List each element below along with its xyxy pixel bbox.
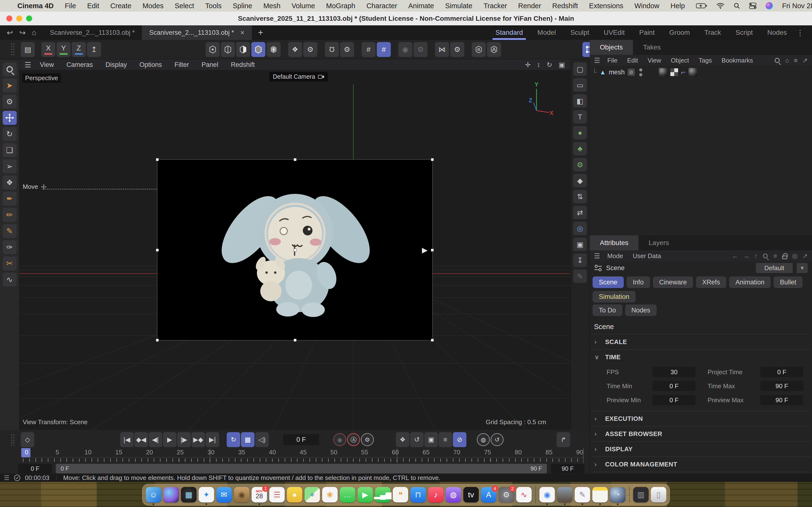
axis-z-lock-button[interactable]: Z: [72, 42, 86, 57]
layout-tab[interactable]: Standard: [488, 25, 530, 40]
record-keyframe-button[interactable]: ◉: [333, 433, 346, 446]
handle-mid-left[interactable]: [156, 249, 159, 251]
mouse-record-button[interactable]: ◍: [477, 433, 490, 446]
attributes-menu-userdata[interactable]: User Data: [633, 252, 661, 260]
dock-app[interactable]: ▂▄▆: [375, 487, 391, 502]
preset-dropdown[interactable]: Default: [756, 263, 793, 273]
dock-app[interactable]: NOV 28 1: [252, 487, 267, 502]
objects-menu-item[interactable]: Object: [671, 57, 689, 64]
axis-y-lock-button[interactable]: Y: [57, 42, 70, 57]
time-max-field[interactable]: 90 F: [760, 381, 803, 391]
attribute-tab-chip[interactable]: Nodes: [625, 304, 657, 316]
axis-settings-gear-icon[interactable]: ⚙: [303, 42, 317, 57]
key-rotation-toggle[interactable]: ↺: [410, 432, 424, 447]
torus-icon[interactable]: ◎: [573, 222, 587, 235]
preview-max-field[interactable]: 90 F: [760, 395, 803, 405]
quantize-grid-button[interactable]: #: [361, 42, 375, 57]
uvw-tag-icon[interactable]: [670, 68, 678, 76]
dock-app[interactable]: tv: [463, 487, 479, 502]
menu-item[interactable]: Cinema 4D: [17, 2, 54, 10]
handle-bottom-center[interactable]: [294, 339, 297, 342]
collapsed-section-row[interactable]: › DISPLAY: [590, 442, 812, 457]
sphere-primitive-icon[interactable]: ●: [573, 126, 587, 139]
timeline-axis-button[interactable]: ↱: [557, 432, 570, 447]
export-icon[interactable]: ↗: [802, 57, 808, 64]
dock-app[interactable]: …: [340, 487, 355, 502]
play-preview-button[interactable]: ▦: [241, 432, 254, 447]
layout-tab[interactable]: Track: [697, 25, 728, 40]
preview-range-slider[interactable]: 0 F 90 F: [56, 464, 547, 473]
texture-tag-icon[interactable]: [689, 68, 697, 76]
fps-field[interactable]: 30: [653, 367, 696, 377]
polygon-pen-button[interactable]: ✎: [3, 224, 17, 238]
dock-app[interactable]: ⌖: [305, 487, 320, 502]
timeline-ruler[interactable]: 051015202530354045505560657075808590: [23, 449, 583, 457]
import-tray-icon[interactable]: ↧: [573, 253, 587, 267]
handle-bottom-right[interactable]: [431, 339, 434, 342]
spline-smooth-button[interactable]: ∿: [3, 273, 17, 287]
viewport-menu-item[interactable]: Options: [140, 61, 162, 68]
next-key-button[interactable]: ▶◆: [191, 432, 205, 447]
target-icon[interactable]: ◎: [792, 252, 798, 260]
menubar-clock[interactable]: Fri Nov 28 2:19 PM: [782, 2, 812, 10]
generator-gear-icon[interactable]: ⚙: [573, 158, 587, 171]
collapsed-section-row[interactable]: › EXECUTION: [590, 411, 812, 426]
marquee-select-icon[interactable]: ▢: [573, 62, 587, 76]
dock-app[interactable]: ✉: [216, 487, 232, 502]
make-editable-button[interactable]: [206, 42, 220, 57]
key-parameter-toggle[interactable]: ≡: [439, 432, 452, 447]
visibility-dots[interactable]: [639, 68, 642, 76]
layout-tab[interactable]: UVEdit: [597, 25, 632, 40]
section-scale[interactable]: › SCALE: [590, 334, 812, 349]
key-position-toggle[interactable]: ❖: [396, 432, 409, 447]
falloff-button[interactable]: ◉: [398, 42, 412, 57]
axis-x-lock-button[interactable]: X: [41, 42, 55, 57]
keyframe-diamond-icon[interactable]: ◇: [21, 432, 34, 447]
object-tree-row-mesh[interactable]: └ ▲ mesh ⊘ ⌐: [590, 66, 812, 78]
toolbar-grip[interactable]: [11, 43, 15, 56]
environment-icon[interactable]: ♣: [573, 142, 587, 156]
symmetry-settings-gear-icon[interactable]: ⚙: [450, 42, 464, 57]
viewport-menu-icon[interactable]: ☰: [24, 61, 31, 69]
tab-objects[interactable]: Objects: [590, 40, 633, 55]
loop-playback-button[interactable]: ↻: [227, 432, 240, 447]
attribute-tab-chip[interactable]: Bullet: [773, 276, 803, 288]
texture-mode-button[interactable]: [236, 42, 250, 57]
timeline-ticks[interactable]: [23, 457, 583, 463]
dock-app[interactable]: ◉: [540, 487, 555, 502]
objects-menu-item[interactable]: View: [648, 57, 661, 64]
snap-settings-gear-icon[interactable]: ⚙: [340, 42, 354, 57]
viewport[interactable]: ☰ ViewCamerasDisplayOptionsFilterPanelRe…: [19, 59, 570, 430]
preset-dropdown-arrow-icon[interactable]: ▼: [797, 263, 808, 273]
time-min-field[interactable]: 0 F: [653, 381, 696, 391]
section-time[interactable]: ∨ TIME: [590, 350, 812, 364]
tab-layers[interactable]: Layers: [639, 235, 679, 250]
handle-top-right[interactable]: [431, 158, 434, 161]
object-name[interactable]: mesh: [609, 68, 625, 76]
dock-app[interactable]: A 4: [481, 487, 496, 502]
viewport-menu-item[interactable]: Filter: [174, 61, 189, 68]
dock-app[interactable]: ✎: [575, 487, 590, 502]
objects-menu-item[interactable]: Edit: [627, 57, 638, 64]
axis-modify-tool-button[interactable]: ❖: [3, 175, 17, 189]
dock-app[interactable]: ◍: [446, 487, 461, 502]
menu-item[interactable]: Edit: [87, 2, 99, 10]
camera-label[interactable]: Default Camera: [269, 72, 328, 81]
brush-tool-button[interactable]: ✑: [3, 240, 17, 254]
menu-item[interactable]: Simulate: [445, 2, 472, 10]
keyframe-settings-button[interactable]: ⚙: [361, 433, 374, 446]
layout-overflow-icon[interactable]: ⋮: [794, 25, 812, 40]
rotate-tool-button[interactable]: ↻: [3, 127, 17, 141]
key-pla-toggle[interactable]: ⊘: [453, 432, 466, 447]
sketch-tool-button[interactable]: ✏: [3, 208, 17, 222]
play-overlay-icon[interactable]: ▶: [422, 246, 427, 254]
tab-takes[interactable]: Takes: [633, 40, 671, 55]
forward-icon[interactable]: ↪: [19, 28, 26, 37]
new-tab-button[interactable]: +: [252, 25, 269, 40]
mirror-icon[interactable]: ⇄: [573, 206, 587, 219]
line-cut-button[interactable]: ✂: [3, 257, 17, 270]
timeline-grip[interactable]: [11, 434, 15, 446]
axis-center-button[interactable]: [472, 42, 486, 57]
viewport-menu-item[interactable]: Cameras: [66, 61, 93, 68]
export-icon[interactable]: ↗: [802, 252, 808, 260]
